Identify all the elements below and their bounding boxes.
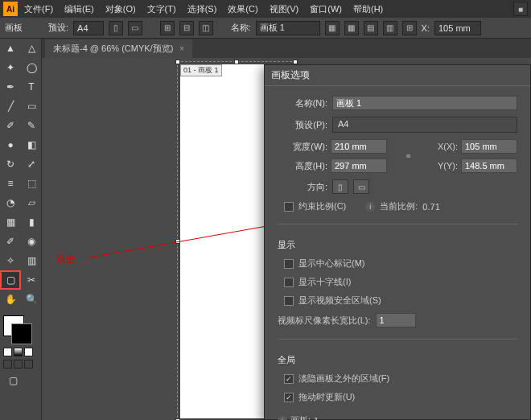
update-drag-label: 拖动时更新(U) [298, 391, 355, 403]
color-mode-icon[interactable] [3, 348, 12, 356]
close-tab-icon[interactable]: × [179, 44, 184, 53]
toolbox: ▲ △ ✦ ◯ ✒ T ╱ ▭ ✐ ✎ ● ◧ ↻ ⤢ ≡ ⬚ ◔ ▱ ▦ ▮ … [0, 39, 42, 420]
preset-label: 预设: [48, 22, 68, 34]
preset-select[interactable]: A4 [73, 21, 103, 35]
y-field[interactable] [461, 159, 517, 173]
direct-selection-tool-icon[interactable]: △ [21, 39, 42, 58]
blob-brush-tool-icon[interactable]: ● [0, 135, 21, 154]
perspective-tool-icon[interactable]: ▱ [21, 193, 42, 212]
y-pos-label: Y(Y): [429, 161, 458, 171]
preset-select-dialog[interactable]: A4 [332, 117, 517, 133]
opt-icon-7[interactable]: ▥ [383, 21, 397, 35]
constrain-checkbox[interactable] [284, 202, 294, 212]
graph-tool-icon[interactable]: ▥ [21, 251, 42, 270]
name-field-label: 名称(N): [278, 97, 327, 109]
dialog-title: 画板选项 [265, 65, 530, 86]
rotate-tool-icon[interactable]: ↻ [0, 154, 21, 174]
artboard-label: 01 - 画板 1 [180, 64, 222, 76]
menu-effect[interactable]: 效果(C) [223, 2, 262, 17]
panel-label: 画板 [5, 22, 23, 34]
ruler-ratio-label: 视频标尺像素长宽比(L): [278, 315, 371, 327]
blend-tool-icon[interactable]: ◉ [21, 232, 42, 251]
selection-tool-icon[interactable]: ▲ [0, 39, 21, 58]
brush-tool-icon[interactable]: ✐ [0, 116, 21, 135]
draw-normal-icon[interactable] [3, 360, 12, 369]
orient-landscape-icon[interactable]: ▭ [128, 21, 142, 35]
x-label: X: [422, 23, 430, 33]
constrain-label: 约束比例(C) [298, 200, 346, 212]
menu-help[interactable]: 帮助(H) [348, 2, 388, 17]
search-icon[interactable]: ■ [513, 2, 528, 16]
scale-tool-icon[interactable]: ⤢ [21, 154, 42, 174]
height-field[interactable] [331, 159, 387, 173]
fade-outside-label: 淡隐画板之外的区域(F) [298, 373, 389, 385]
fill-stroke-swatch[interactable] [3, 315, 32, 344]
pencil-tool-icon[interactable]: ✎ [21, 116, 42, 135]
pen-tool-icon[interactable]: ✒ [0, 77, 21, 97]
opt-icon-5[interactable]: ▦ [344, 21, 359, 35]
opt-icon-3[interactable]: ◫ [199, 21, 213, 35]
slice-tool-icon[interactable]: ✂ [21, 270, 42, 290]
show-cross-checkbox[interactable] [284, 278, 294, 287]
magic-wand-tool-icon[interactable]: ✦ [0, 58, 21, 77]
mesh-tool-icon[interactable]: ▦ [0, 212, 21, 232]
symbol-tool-icon[interactable]: ✧ [0, 251, 21, 270]
show-center-checkbox[interactable] [284, 259, 294, 269]
opt-icon-1[interactable]: ⊞ [160, 21, 175, 35]
screen-mode-icon[interactable]: ▢ [3, 372, 23, 389]
document-tab[interactable]: 未标题-4 @ 66% (CMYK/预览) × [45, 39, 192, 58]
stroke-swatch[interactable] [11, 323, 32, 344]
preset-field-label: 预设(P): [278, 119, 327, 131]
opt-icon-4[interactable]: ▦ [325, 21, 340, 35]
app-logo-icon: Ai [3, 2, 18, 16]
menu-select[interactable]: 选择(S) [183, 2, 222, 17]
display-section-label: 显示 [278, 239, 517, 251]
artboard-tool-icon[interactable]: ▢ [0, 270, 21, 290]
document-tab-title: 未标题-4 @ 66% (CMYK/预览) [53, 43, 173, 55]
menu-bar: Ai 文件(F) 编辑(E) 对象(O) 文字(T) 选择(S) 效果(C) 视… [0, 0, 531, 18]
line-tool-icon[interactable]: ╱ [0, 97, 21, 116]
menu-object[interactable]: 对象(O) [101, 2, 141, 17]
menu-window[interactable]: 窗口(W) [305, 2, 347, 17]
width-tool-icon[interactable]: ≡ [0, 174, 21, 193]
artboard-count: 1 [314, 416, 319, 421]
draw-inside-icon[interactable] [24, 360, 33, 369]
link-wh-icon[interactable]: ⚭ [403, 145, 413, 167]
cur-ratio-value: 0.71 [422, 202, 439, 212]
opt-icon-6[interactable]: ▤ [364, 21, 378, 35]
eyedropper-tool-icon[interactable]: ✐ [0, 232, 21, 251]
x-field[interactable] [461, 139, 517, 154]
rectangle-tool-icon[interactable]: ▭ [21, 97, 42, 116]
draw-behind-icon[interactable] [14, 360, 23, 369]
orient-portrait-button[interactable]: ▯ [332, 179, 348, 194]
shape-builder-tool-icon[interactable]: ◔ [0, 193, 21, 212]
none-mode-icon[interactable] [24, 348, 33, 356]
menu-file[interactable]: 文件(F) [19, 2, 58, 17]
eraser-tool-icon[interactable]: ◧ [21, 135, 42, 154]
width-field[interactable] [331, 139, 387, 154]
orient-label: 方向: [278, 181, 327, 193]
ruler-ratio-field[interactable] [376, 313, 416, 327]
hand-tool-icon[interactable]: ✋ [0, 290, 21, 309]
gradient-mode-icon[interactable] [14, 348, 23, 356]
width-label: 宽度(W): [278, 141, 327, 153]
orient-portrait-icon[interactable]: ▯ [109, 21, 123, 35]
zoom-tool-icon[interactable]: 🔍 [21, 290, 42, 309]
show-safe-checkbox[interactable] [284, 296, 294, 306]
menu-view[interactable]: 视图(V) [265, 2, 304, 17]
name-field[interactable] [332, 96, 517, 110]
fade-outside-checkbox[interactable] [284, 374, 294, 384]
gradient-tool-icon[interactable]: ▮ [21, 212, 42, 232]
reference-point-icon[interactable]: ⊞ [402, 21, 417, 35]
opt-icon-2[interactable]: ⊟ [179, 21, 194, 35]
type-tool-icon[interactable]: T [21, 77, 42, 97]
x-input[interactable] [434, 21, 481, 35]
free-transform-tool-icon[interactable]: ⬚ [21, 174, 42, 193]
lasso-tool-icon[interactable]: ◯ [21, 58, 42, 77]
menu-edit[interactable]: 编辑(E) [60, 2, 99, 17]
options-bar: 画板 预设: A4 ▯ ▭ ⊞ ⊟ ◫ 名称: ▦ ▦ ▤ ▥ ⊞ X: [0, 18, 531, 39]
orient-landscape-button[interactable]: ▭ [353, 179, 369, 194]
update-drag-checkbox[interactable] [284, 393, 294, 402]
name-input[interactable] [256, 21, 320, 35]
menu-type[interactable]: 文字(T) [142, 2, 181, 17]
